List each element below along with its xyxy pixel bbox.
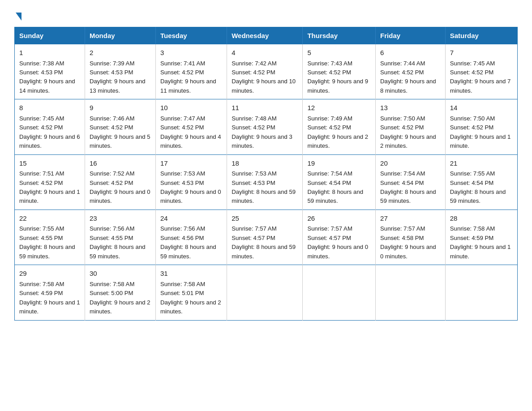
calendar-cell: 23Sunrise: 7:56 AMSunset: 4:55 PMDayligh… [85, 210, 155, 265]
day-info: Sunrise: 7:58 AMSunset: 4:59 PMDaylight:… [19, 280, 80, 317]
days-of-week-row: SundayMondayTuesdayWednesdayThursdayFrid… [15, 27, 518, 44]
calendar-cell: 4Sunrise: 7:42 AMSunset: 4:52 PMDaylight… [227, 44, 303, 99]
day-number: 2 [90, 48, 151, 58]
calendar-table: SundayMondayTuesdayWednesdayThursdayFrid… [14, 27, 518, 321]
calendar-cell: 24Sunrise: 7:56 AMSunset: 4:56 PMDayligh… [155, 210, 227, 265]
day-number: 21 [450, 158, 513, 169]
day-number: 25 [232, 214, 298, 224]
day-number: 27 [380, 214, 441, 224]
calendar-cell: 14Sunrise: 7:50 AMSunset: 4:52 PMDayligh… [445, 99, 517, 154]
day-number: 5 [307, 48, 371, 58]
day-info: Sunrise: 7:57 AMSunset: 4:57 PMDaylight:… [307, 224, 371, 261]
day-info: Sunrise: 7:56 AMSunset: 4:55 PMDaylight:… [90, 224, 151, 261]
calendar-cell: 12Sunrise: 7:49 AMSunset: 4:52 PMDayligh… [303, 99, 376, 154]
day-number: 15 [19, 158, 80, 169]
day-info: Sunrise: 7:54 AMSunset: 4:54 PMDaylight:… [380, 169, 441, 206]
day-number: 3 [160, 48, 222, 58]
calendar-cell: 26Sunrise: 7:57 AMSunset: 4:57 PMDayligh… [303, 210, 376, 265]
day-header-saturday: Saturday [445, 27, 517, 44]
day-info: Sunrise: 7:54 AMSunset: 4:54 PMDaylight:… [307, 169, 371, 206]
calendar-cell: 11Sunrise: 7:48 AMSunset: 4:52 PMDayligh… [227, 99, 303, 154]
day-info: Sunrise: 7:50 AMSunset: 4:52 PMDaylight:… [450, 114, 513, 151]
week-row: 1Sunrise: 7:38 AMSunset: 4:53 PMDaylight… [15, 44, 518, 99]
calendar-cell: 2Sunrise: 7:39 AMSunset: 4:53 PMDaylight… [85, 44, 155, 99]
day-info: Sunrise: 7:41 AMSunset: 4:52 PMDaylight:… [160, 59, 222, 96]
week-row: 8Sunrise: 7:45 AMSunset: 4:52 PMDaylight… [15, 99, 518, 154]
day-number: 7 [450, 48, 513, 58]
logo [14, 11, 21, 19]
day-info: Sunrise: 7:49 AMSunset: 4:52 PMDaylight:… [307, 114, 371, 151]
calendar-cell: 19Sunrise: 7:54 AMSunset: 4:54 PMDayligh… [303, 154, 376, 210]
calendar-cell: 22Sunrise: 7:55 AMSunset: 4:55 PMDayligh… [15, 210, 85, 265]
day-info: Sunrise: 7:51 AMSunset: 4:52 PMDaylight:… [19, 169, 80, 206]
calendar-cell: 17Sunrise: 7:53 AMSunset: 4:53 PMDayligh… [155, 154, 227, 210]
day-number: 23 [90, 214, 151, 224]
day-info: Sunrise: 7:58 AMSunset: 4:59 PMDaylight:… [450, 224, 513, 261]
calendar-cell: 6Sunrise: 7:44 AMSunset: 4:52 PMDaylight… [376, 44, 446, 99]
calendar-cell: 27Sunrise: 7:57 AMSunset: 4:58 PMDayligh… [376, 210, 446, 265]
calendar-cell: 13Sunrise: 7:50 AMSunset: 4:52 PMDayligh… [376, 99, 446, 154]
day-number: 24 [160, 214, 222, 224]
day-info: Sunrise: 7:44 AMSunset: 4:52 PMDaylight:… [380, 59, 441, 96]
calendar-cell: 20Sunrise: 7:54 AMSunset: 4:54 PMDayligh… [376, 154, 446, 210]
day-info: Sunrise: 7:53 AMSunset: 4:53 PMDaylight:… [232, 169, 298, 206]
day-number: 17 [160, 158, 222, 169]
day-number: 6 [380, 48, 441, 58]
week-row: 29Sunrise: 7:58 AMSunset: 4:59 PMDayligh… [15, 265, 518, 320]
calendar-cell: 31Sunrise: 7:58 AMSunset: 5:01 PMDayligh… [155, 265, 227, 320]
day-header-tuesday: Tuesday [155, 27, 227, 44]
calendar-cell: 21Sunrise: 7:55 AMSunset: 4:54 PMDayligh… [445, 154, 517, 210]
day-info: Sunrise: 7:39 AMSunset: 4:53 PMDaylight:… [90, 59, 151, 96]
day-number: 11 [232, 103, 298, 113]
calendar-cell [376, 265, 446, 320]
calendar-header: SundayMondayTuesdayWednesdayThursdayFrid… [15, 27, 518, 44]
day-info: Sunrise: 7:55 AMSunset: 4:54 PMDaylight:… [450, 169, 513, 206]
day-info: Sunrise: 7:42 AMSunset: 4:52 PMDaylight:… [232, 59, 298, 96]
logo-arrow-icon [16, 13, 21, 21]
day-info: Sunrise: 7:58 AMSunset: 5:00 PMDaylight:… [90, 280, 151, 317]
day-info: Sunrise: 7:45 AMSunset: 4:52 PMDaylight:… [19, 114, 80, 151]
calendar-cell [445, 265, 517, 320]
day-info: Sunrise: 7:46 AMSunset: 4:52 PMDaylight:… [90, 114, 151, 151]
day-info: Sunrise: 7:56 AMSunset: 4:56 PMDaylight:… [160, 224, 222, 261]
calendar-cell: 9Sunrise: 7:46 AMSunset: 4:52 PMDaylight… [85, 99, 155, 154]
day-number: 31 [160, 269, 222, 279]
day-info: Sunrise: 7:53 AMSunset: 4:53 PMDaylight:… [160, 169, 222, 206]
calendar-cell: 30Sunrise: 7:58 AMSunset: 5:00 PMDayligh… [85, 265, 155, 320]
day-number: 9 [90, 103, 151, 113]
calendar-body: 1Sunrise: 7:38 AMSunset: 4:53 PMDaylight… [15, 44, 518, 321]
calendar-cell: 10Sunrise: 7:47 AMSunset: 4:52 PMDayligh… [155, 99, 227, 154]
day-header-monday: Monday [85, 27, 155, 44]
day-info: Sunrise: 7:45 AMSunset: 4:52 PMDaylight:… [450, 59, 513, 96]
day-info: Sunrise: 7:38 AMSunset: 4:53 PMDaylight:… [19, 59, 80, 96]
day-header-friday: Friday [376, 27, 446, 44]
day-number: 20 [380, 158, 441, 169]
calendar-cell: 5Sunrise: 7:43 AMSunset: 4:52 PMDaylight… [303, 44, 376, 99]
calendar-cell: 25Sunrise: 7:57 AMSunset: 4:57 PMDayligh… [227, 210, 303, 265]
day-number: 4 [232, 48, 298, 58]
day-number: 29 [19, 269, 80, 279]
day-header-wednesday: Wednesday [227, 27, 303, 44]
day-info: Sunrise: 7:47 AMSunset: 4:52 PMDaylight:… [160, 114, 222, 151]
calendar-cell: 29Sunrise: 7:58 AMSunset: 4:59 PMDayligh… [15, 265, 85, 320]
day-info: Sunrise: 7:52 AMSunset: 4:52 PMDaylight:… [90, 169, 151, 206]
calendar-cell: 3Sunrise: 7:41 AMSunset: 4:52 PMDaylight… [155, 44, 227, 99]
week-row: 22Sunrise: 7:55 AMSunset: 4:55 PMDayligh… [15, 210, 518, 265]
day-header-thursday: Thursday [303, 27, 376, 44]
day-info: Sunrise: 7:55 AMSunset: 4:55 PMDaylight:… [19, 224, 80, 261]
week-row: 15Sunrise: 7:51 AMSunset: 4:52 PMDayligh… [15, 154, 518, 210]
page-header [14, 11, 518, 19]
day-info: Sunrise: 7:57 AMSunset: 4:57 PMDaylight:… [232, 224, 298, 261]
day-number: 8 [19, 103, 80, 113]
day-info: Sunrise: 7:58 AMSunset: 5:01 PMDaylight:… [160, 280, 222, 317]
day-info: Sunrise: 7:50 AMSunset: 4:52 PMDaylight:… [380, 114, 441, 151]
day-number: 14 [450, 103, 513, 113]
calendar-cell: 15Sunrise: 7:51 AMSunset: 4:52 PMDayligh… [15, 154, 85, 210]
calendar-cell: 16Sunrise: 7:52 AMSunset: 4:52 PMDayligh… [85, 154, 155, 210]
calendar-cell [227, 265, 303, 320]
calendar-cell: 8Sunrise: 7:45 AMSunset: 4:52 PMDaylight… [15, 99, 85, 154]
day-number: 30 [90, 269, 151, 279]
calendar-cell: 18Sunrise: 7:53 AMSunset: 4:53 PMDayligh… [227, 154, 303, 210]
day-number: 10 [160, 103, 222, 113]
day-header-sunday: Sunday [15, 27, 85, 44]
